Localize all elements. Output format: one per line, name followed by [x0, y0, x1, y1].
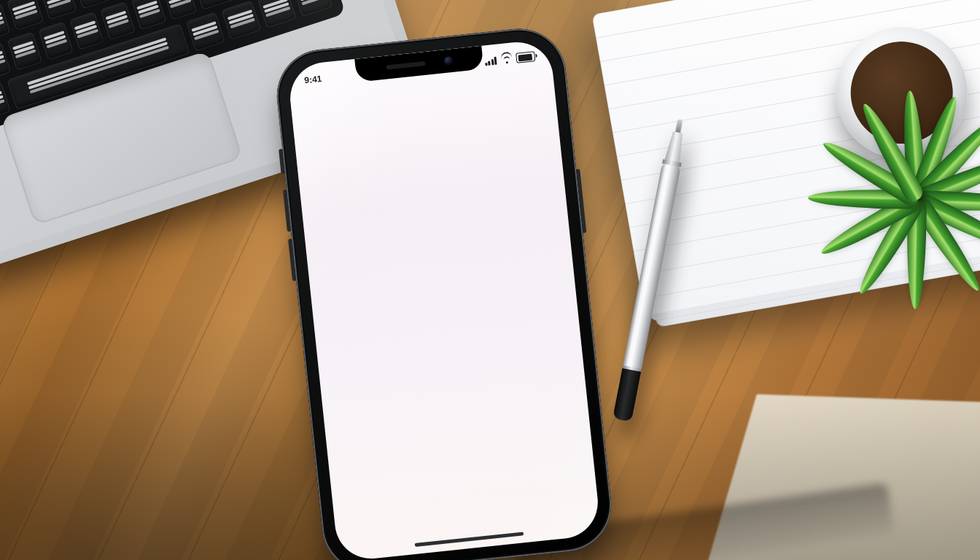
succulent-plant — [715, 0, 980, 221]
laptop-trackpad — [0, 50, 243, 225]
desk-scene: 9:41 — [0, 0, 980, 560]
pen-grip — [612, 368, 641, 422]
phone-speaker — [386, 61, 425, 70]
floor-glimpse — [701, 394, 980, 560]
phone-front-camera — [443, 56, 453, 66]
phone-screen[interactable]: 9:41 — [287, 39, 602, 560]
status-right-cluster — [484, 51, 536, 66]
smartphone: 9:41 — [272, 24, 615, 560]
battery-icon — [516, 51, 535, 63]
plant-pot — [832, 23, 972, 163]
status-time: 9:41 — [304, 74, 322, 85]
cellular-signal-icon — [484, 56, 497, 66]
wifi-icon — [500, 55, 512, 64]
